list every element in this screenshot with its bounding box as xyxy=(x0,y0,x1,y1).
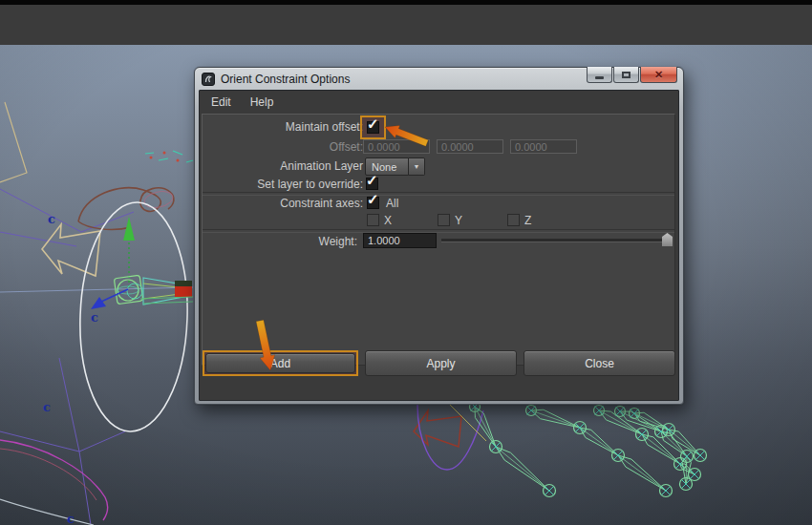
axis-x-checkbox[interactable] xyxy=(367,214,379,226)
curve-label: c xyxy=(43,400,51,414)
application-toolbar-strip xyxy=(0,5,812,46)
axis-y-label: Y xyxy=(455,214,462,227)
maintain-offset-label: Maintain offset: xyxy=(203,120,363,134)
dialog-menubar: Edit Help xyxy=(200,91,678,114)
dialog-title: Orient Constraint Options xyxy=(221,73,350,86)
weight-slider-handle[interactable] xyxy=(662,233,673,246)
constraint-axes-label: Constraint axes: xyxy=(203,197,363,210)
dialog-titlebar[interactable]: Orient Constraint Options ✕ xyxy=(199,68,679,90)
offset-x-field xyxy=(363,139,430,154)
offset-z-field xyxy=(510,139,577,154)
curve-label: c xyxy=(91,310,98,325)
dialog-buttons-row: Add Apply Close xyxy=(203,350,675,376)
highlight-box-add: Add xyxy=(203,350,358,376)
offset-y-field xyxy=(437,139,503,154)
maximize-button[interactable] xyxy=(613,67,639,83)
constraint-axes-all-label: All xyxy=(386,197,398,210)
orient-constraint-options-dialog: Orient Constraint Options ✕ Edit Help Ma… xyxy=(194,67,684,405)
section-divider xyxy=(203,229,674,233)
constraint-axes-all-checkbox[interactable] xyxy=(367,197,379,209)
axis-x-label: X xyxy=(384,214,392,227)
weight-label: Weight: xyxy=(203,235,357,248)
curve-label: c xyxy=(48,212,55,226)
curve-label: c xyxy=(67,512,75,525)
minimize-button[interactable] xyxy=(587,67,612,83)
weight-input[interactable] xyxy=(363,233,437,248)
maintain-offset-checkbox[interactable] xyxy=(367,121,379,134)
highlight-box-maintain-offset xyxy=(360,116,386,139)
close-button[interactable]: ✕ xyxy=(640,67,677,83)
animation-layer-label: Animation Layer xyxy=(203,159,363,173)
options-panel: Maintain offset: Offset: Animation Layer… xyxy=(202,114,675,366)
maya-app-icon xyxy=(202,73,215,86)
maximize-icon xyxy=(622,72,630,78)
set-layer-override-checkbox[interactable] xyxy=(366,178,378,190)
offset-label: Offset: xyxy=(203,140,363,154)
apply-button[interactable]: Apply xyxy=(365,350,517,376)
axis-z-label: Z xyxy=(524,214,531,227)
close-icon: ✕ xyxy=(654,68,663,82)
axis-z-checkbox[interactable] xyxy=(507,214,520,226)
axis-y-checkbox[interactable] xyxy=(438,214,450,226)
chevron-down-icon[interactable] xyxy=(409,158,425,176)
section-divider xyxy=(203,192,674,196)
set-layer-override-label: Set layer to override: xyxy=(203,178,363,191)
menu-item-edit[interactable]: Edit xyxy=(208,94,234,111)
close-action-button[interactable]: Close xyxy=(524,350,675,376)
minimize-icon xyxy=(595,76,604,79)
dialog-client-area: Edit Help Maintain offset: Offset: Anima… xyxy=(199,90,679,401)
menu-item-help[interactable]: Help xyxy=(247,94,277,111)
add-button[interactable]: Add xyxy=(205,353,355,373)
weight-slider-track[interactable] xyxy=(441,239,671,242)
